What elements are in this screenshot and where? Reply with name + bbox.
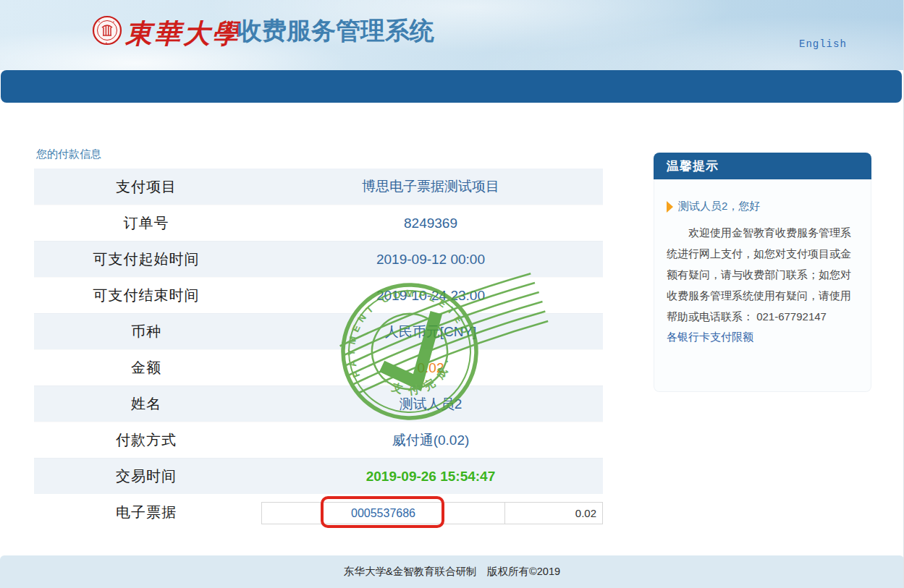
bank-card-limit-link[interactable]: 各银行卡支付限额 bbox=[667, 331, 753, 344]
row-label: 可支付结束时间 bbox=[34, 286, 258, 305]
payment-table: 支付项目博思电子票据测试项目订单号8249369可支付起始时间2019-09-1… bbox=[34, 169, 603, 530]
row-label: 付款方式 bbox=[34, 430, 258, 450]
greeting-text: 测试人员2，您好 bbox=[678, 200, 760, 213]
system-title: 收费服务管理系统 bbox=[237, 14, 434, 48]
table-row-invoice: 电子票据 0005537686 0.02 bbox=[34, 494, 603, 530]
row-label: 交易时间 bbox=[34, 466, 258, 486]
row-value: 人民币元[CNY] bbox=[258, 323, 603, 341]
table-row: 可支付结束时间2019-10-24 23:00 bbox=[34, 277, 603, 313]
page-header: ●● ● 東華大學 收费服务管理系统 English bbox=[0, 0, 904, 70]
row-value: 测试人员2 bbox=[258, 395, 603, 414]
table-row: 订单号8249369 bbox=[34, 205, 603, 241]
invoice-amount: 0.02 bbox=[505, 503, 602, 524]
section-title: 您的付款信息 bbox=[36, 148, 101, 161]
payment-result-page: ●● ● 東華大學 收费服务管理系统 English 您的付款信息 支付项目博思… bbox=[0, 0, 904, 588]
university-seal-icon: ●● ● bbox=[92, 15, 122, 46]
row-value: 威付通(0.02) bbox=[258, 431, 603, 450]
sidebar-message: 欢迎使用金智教育收费服务管理系统进行网上支付，如您对支付项目或金额有疑问，请与收… bbox=[667, 222, 858, 327]
invoice-table: 0005537686 0.02 bbox=[261, 502, 603, 524]
row-value: 博思电子票据测试项目 bbox=[258, 177, 603, 196]
row-label: 电子票据 bbox=[34, 503, 258, 522]
row-label: 姓名 bbox=[34, 394, 258, 414]
svg-text:●: ● bbox=[98, 20, 100, 23]
row-value: 8249369 bbox=[258, 216, 603, 231]
sidebar-tips-header: 温馨提示 bbox=[654, 153, 871, 179]
table-row: 币种人民币元[CNY] bbox=[34, 313, 603, 349]
orange-arrow-icon bbox=[667, 201, 673, 213]
table-row: 付款方式威付通(0.02) bbox=[34, 422, 603, 458]
table-row: 支付项目博思电子票据测试项目 bbox=[34, 169, 603, 205]
row-label: 订单号 bbox=[34, 213, 258, 233]
table-row: 金额0.02 bbox=[34, 349, 603, 385]
row-value: 2019-09-26 15:54:47 bbox=[258, 469, 603, 485]
row-value: 2019-09-12 00:00 bbox=[258, 252, 603, 268]
row-value: 0.02 bbox=[258, 360, 603, 376]
english-language-link[interactable]: English bbox=[799, 38, 847, 50]
svg-text:●: ● bbox=[106, 41, 107, 44]
table-row: 交易时间2019-09-26 15:54:47 bbox=[34, 458, 603, 494]
university-name: 東華大學 bbox=[125, 16, 241, 52]
page-footer: 东华大学&金智教育联合研制 版权所有©2019 bbox=[0, 555, 904, 588]
main-navbar bbox=[1, 70, 902, 103]
row-value: 2019-10-24 23:00 bbox=[258, 288, 603, 304]
svg-text:●: ● bbox=[113, 20, 114, 23]
row-label: 可支付起始时间 bbox=[34, 250, 258, 269]
table-row: 可支付起始时间2019-09-12 00:00 bbox=[34, 241, 603, 277]
sidebar-greeting: 测试人员2，您好 bbox=[667, 200, 858, 213]
invoice-number-link[interactable]: 0005537686 bbox=[262, 503, 505, 524]
row-label: 支付项目 bbox=[34, 177, 258, 197]
row-label: 币种 bbox=[34, 322, 258, 341]
sidebar-tips-panel: 测试人员2，您好 欢迎使用金智教育收费服务管理系统进行网上支付，如您对支付项目或… bbox=[654, 179, 871, 392]
table-row: 姓名测试人员2 bbox=[34, 385, 603, 422]
row-label: 金额 bbox=[34, 358, 258, 378]
